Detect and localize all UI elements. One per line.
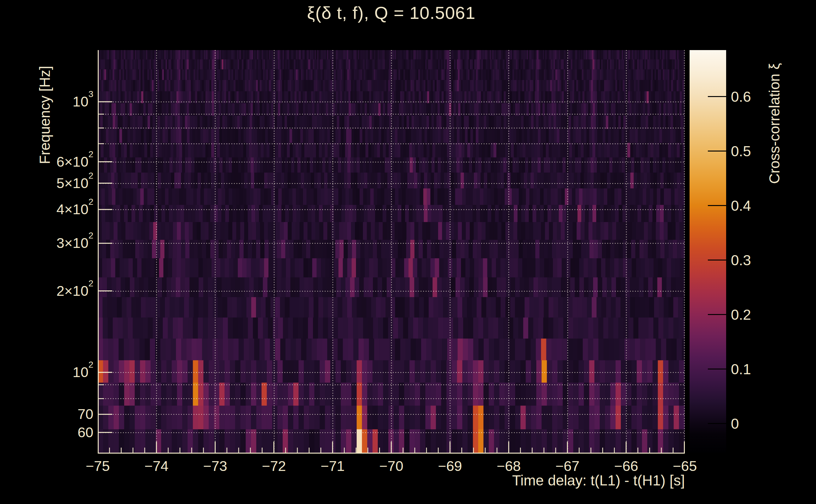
colorbar-tick-mark bbox=[708, 205, 726, 206]
heatmap-plot-area bbox=[98, 50, 685, 454]
colorbar-tick-label: 0.5 bbox=[731, 143, 751, 159]
x-tick-label: −68 bbox=[483, 459, 534, 474]
x-tick-label: −66 bbox=[601, 459, 652, 474]
colorbar-tick-label: 0.2 bbox=[731, 307, 751, 323]
colorbar-tick-mark bbox=[708, 369, 726, 369]
colorbar-tick-mark bbox=[708, 151, 726, 152]
figure-page: { "palette": { "background": "#000000", … bbox=[0, 0, 816, 504]
colorbar-tick-mark bbox=[708, 314, 726, 315]
y-tick-label: 2×102 bbox=[0, 283, 93, 299]
x-tick-label: −67 bbox=[542, 459, 593, 474]
colorbar-title: Cross-correlation ξ bbox=[766, 53, 780, 194]
y-tick-label: 102 bbox=[0, 364, 93, 380]
colorbar-gradient bbox=[690, 50, 726, 452]
colorbar-tick-mark bbox=[708, 96, 726, 97]
colorbar-tick-label: 0.1 bbox=[731, 361, 751, 377]
x-tick-label: −70 bbox=[366, 459, 417, 474]
colorbar-tick-mark bbox=[708, 260, 726, 261]
y-tick-label: 70 bbox=[0, 406, 93, 422]
colorbar-tick-label: 0.4 bbox=[731, 198, 751, 214]
x-tick-label: −73 bbox=[190, 459, 240, 474]
x-axis-title: Time delay: t(L1) - t(H1) [s] bbox=[464, 472, 685, 489]
x-tick-label: −74 bbox=[131, 459, 181, 474]
x-tick-label: −75 bbox=[72, 459, 123, 474]
y-tick-label: 5×102 bbox=[0, 175, 93, 191]
x-tick-label: −65 bbox=[660, 459, 710, 474]
y-tick-label: 60 bbox=[0, 425, 93, 440]
y-tick-label: 6×102 bbox=[0, 154, 93, 170]
y-tick-label: 4×102 bbox=[0, 202, 93, 217]
colorbar-tick-label: 0.6 bbox=[731, 89, 751, 105]
x-tick-label: −71 bbox=[308, 459, 358, 474]
colorbar-tick-mark bbox=[708, 423, 726, 424]
y-tick-label: 3×102 bbox=[0, 235, 93, 251]
colorbar-tick-label: 0.3 bbox=[731, 252, 751, 268]
x-tick-label: −72 bbox=[249, 459, 299, 474]
chart-title: ξ(δ t, f), Q = 10.5061 bbox=[98, 3, 685, 23]
colorbar-tick-label: 0 bbox=[731, 416, 739, 432]
x-tick-label: −69 bbox=[425, 459, 475, 474]
y-tick-label: 103 bbox=[0, 94, 93, 110]
